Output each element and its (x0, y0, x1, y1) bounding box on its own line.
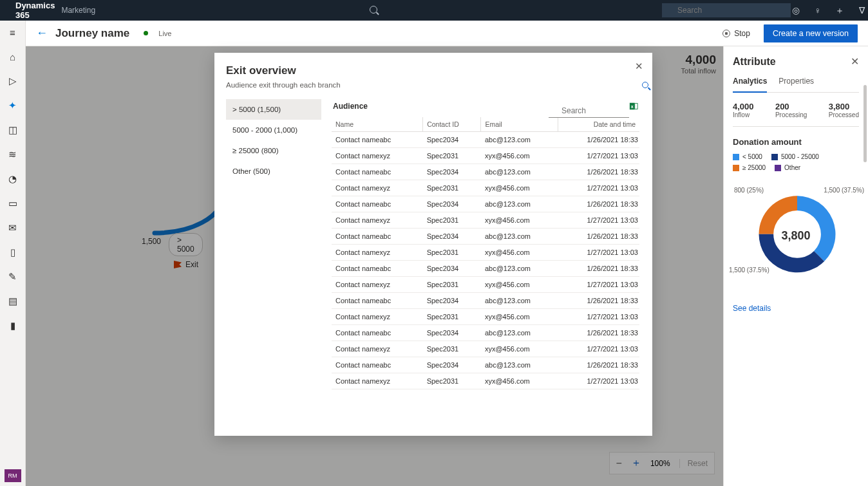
nav-book-icon[interactable]: ▤ (6, 295, 19, 308)
col-email[interactable]: Email (481, 117, 558, 132)
legend-item: 5000 - 25000 (771, 153, 819, 160)
nav-email-icon[interactable]: ✉ (6, 221, 19, 234)
cell-name: Contact namexyz (332, 341, 423, 357)
site-switcher[interactable]: RM (5, 469, 21, 482)
attribute-panel: Attribute ✕ Analytics Properties 4,000In… (723, 46, 868, 486)
cell-email: abc@123.com (481, 164, 558, 180)
nav-segments-icon[interactable]: ◫ (6, 124, 19, 136)
add-icon[interactable]: ＋ (835, 5, 845, 15)
nav-triggers-icon[interactable]: ≋ (6, 148, 19, 161)
app-launcher-icon[interactable] (5, 5, 8, 16)
panel-scrollbar[interactable] (863, 85, 867, 162)
table-row[interactable]: Contact nameabcSpec2034abc@123.com1/26/2… (332, 229, 639, 245)
chart-legend: < 5000 5000 - 25000 ≥ 25000 Other (733, 153, 859, 171)
nav-analytics-icon[interactable]: ◔ (6, 173, 19, 185)
branch-item[interactable]: 5000 - 2000 (1,000) (226, 120, 321, 140)
cell-datetime: 1/27/2021 13:03 (558, 373, 639, 389)
table-row[interactable]: Contact namexyzSpec2031xyx@456.com1/27/2… (332, 148, 639, 164)
back-button[interactable]: ← (36, 26, 48, 40)
modal-subtitle: Audience exit through each branch (226, 81, 641, 89)
nav-menu-icon[interactable]: ≡ (6, 26, 19, 39)
create-version-button[interactable]: Create a new version (764, 24, 858, 42)
table-row[interactable]: Contact namexyzSpec2031xyx@456.com1/27/2… (332, 245, 639, 261)
donut-chart: 3,800 800 (25%) 1,500 (37.5%) 1,500 (37.… (733, 178, 859, 294)
nav-home-icon[interactable]: ⌂ (6, 50, 19, 63)
cell-id: Spec2031 (423, 212, 481, 229)
donut-label-orange: 800 (25%) (734, 187, 764, 194)
panel-stats: 4,000Inflow 200Processing 3,800Processed (733, 102, 859, 127)
cell-email: abc@123.com (481, 196, 558, 212)
nav-channels-icon[interactable]: ▭ (6, 197, 19, 210)
table-row[interactable]: Contact namexyzSpec2031xyx@456.com1/27/2… (332, 180, 639, 196)
cell-id: Spec2031 (423, 148, 481, 164)
col-name[interactable]: Name (332, 117, 423, 132)
filter-icon[interactable]: ∇ (856, 5, 867, 15)
branch-item[interactable]: > 5000 (1,500) (226, 99, 321, 120)
nav-text-icon[interactable]: ✎ (6, 270, 19, 283)
cell-datetime: 1/26/2021 18:33 (558, 325, 639, 341)
cell-datetime: 1/27/2021 13:03 (558, 341, 639, 357)
nav-journeys-icon[interactable]: ✦ (6, 99, 19, 112)
idea-icon[interactable]: ♀ (813, 5, 823, 15)
nav-more-icon[interactable]: ▮ (6, 319, 19, 332)
assist-icon[interactable]: ◎ (791, 5, 801, 15)
branch-item[interactable]: Other (500) (226, 161, 321, 182)
nav-play-icon[interactable]: ▷ (6, 75, 19, 88)
cell-name: Contact namexyz (332, 180, 423, 196)
cell-name: Contact nameabc (332, 132, 423, 148)
modal-close-button[interactable]: ✕ (635, 61, 643, 72)
see-details-link[interactable]: See details (733, 304, 859, 313)
exit-overview-modal: ✕ Exit overview Audience exit through ea… (214, 53, 652, 436)
table-row[interactable]: Contact namexyzSpec2031xyx@456.com1/27/2… (332, 373, 639, 389)
cell-name: Contact namexyz (332, 148, 423, 164)
table-row[interactable]: Contact nameabcSpec2034abc@123.com1/26/2… (332, 132, 639, 148)
tab-properties[interactable]: Properties (778, 77, 814, 92)
cell-datetime: 1/26/2021 18:33 (558, 229, 639, 245)
col-id[interactable]: Contact ID (423, 117, 481, 132)
brand-area: Marketing (61, 6, 95, 15)
table-row[interactable]: Contact nameabcSpec2034abc@123.com1/26/2… (332, 325, 639, 341)
donation-title: Donation amount (733, 137, 859, 147)
cell-name: Contact nameabc (332, 357, 423, 373)
page-title: Journey name (55, 27, 129, 40)
legend-item: ≥ 25000 (733, 164, 766, 171)
global-search-input[interactable] (662, 3, 791, 17)
donut-label-lightblue: 1,500 (37.5%) (824, 187, 864, 194)
modal-search-input[interactable] (549, 104, 629, 118)
cell-email: abc@123.com (481, 261, 558, 277)
top-icons: ◎ ♀ ＋ ∇ ⚙ ? (791, 3, 868, 18)
table-row[interactable]: Contact namexyzSpec2031xyx@456.com1/27/2… (332, 212, 639, 229)
cell-name: Contact namexyz (332, 309, 423, 325)
svg-rect-1 (635, 104, 637, 109)
panel-close-icon[interactable]: ✕ (851, 55, 859, 68)
cell-name: Contact namexyz (332, 373, 423, 389)
cell-id: Spec2031 (423, 245, 481, 261)
cell-id: Spec2034 (423, 357, 481, 373)
table-row[interactable]: Contact namexyzSpec2031xyx@456.com1/27/2… (332, 309, 639, 325)
tab-analytics[interactable]: Analytics (733, 77, 767, 93)
legend-swatch-icon (775, 165, 781, 171)
table-row[interactable]: Contact nameabcSpec2034abc@123.com1/26/2… (332, 261, 639, 277)
cell-id: Spec2034 (423, 325, 481, 341)
cell-name: Contact namexyz (332, 277, 423, 293)
cell-datetime: 1/26/2021 18:33 (558, 132, 639, 148)
stop-button[interactable]: Stop (715, 26, 757, 41)
col-datetime[interactable]: Date and time (558, 117, 639, 132)
table-row[interactable]: Contact nameabcSpec2034abc@123.com1/26/2… (332, 357, 639, 373)
nav-mobile-icon[interactable]: ▯ (6, 246, 19, 259)
table-row[interactable]: Contact namexyzSpec2031xyx@456.com1/27/2… (332, 341, 639, 357)
cell-name: Contact nameabc (332, 196, 423, 212)
panel-title: Attribute (733, 56, 776, 68)
cell-name: Contact namexyz (332, 212, 423, 229)
table-row[interactable]: Contact namexyzSpec2031xyx@456.com1/27/2… (332, 277, 639, 293)
branch-item[interactable]: ≥ 25000 (800) (226, 140, 321, 161)
cell-email: abc@123.com (481, 229, 558, 245)
table-row[interactable]: Contact nameabcSpec2034abc@123.com1/26/2… (332, 293, 639, 309)
table-row[interactable]: Contact nameabcSpec2034abc@123.com1/26/2… (332, 164, 639, 180)
legend-swatch-icon (733, 165, 739, 171)
export-excel-icon[interactable]: x (629, 102, 638, 111)
cell-name: Contact nameabc (332, 261, 423, 277)
table-row[interactable]: Contact nameabcSpec2034abc@123.com1/26/2… (332, 196, 639, 212)
cell-datetime: 1/26/2021 18:33 (558, 164, 639, 180)
cell-name: Contact namexyz (332, 245, 423, 261)
